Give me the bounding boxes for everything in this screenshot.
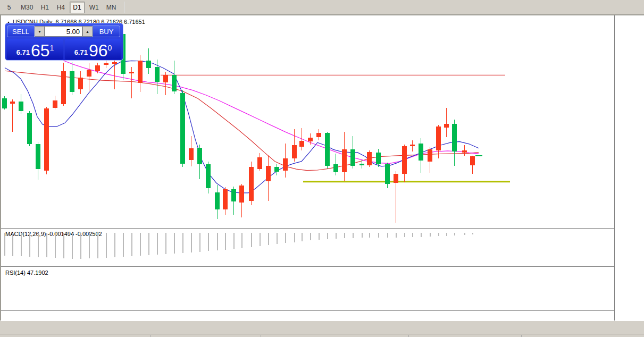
candle-body xyxy=(359,164,364,165)
macd-histogram-bar xyxy=(260,233,261,247)
candle-body xyxy=(129,72,134,73)
buy-price-prefix: 6.71 xyxy=(74,48,88,56)
timeframe-button-h4[interactable]: H4 xyxy=(54,2,68,13)
macd-histogram-bar xyxy=(29,233,30,257)
sell-price-pip: 1 xyxy=(50,44,54,52)
timeframe-button-h1[interactable]: H1 xyxy=(38,2,52,13)
candle-body xyxy=(146,61,151,68)
candle-body xyxy=(299,141,304,147)
macd-histogram-bar xyxy=(4,233,5,256)
candle-body xyxy=(402,146,407,173)
macd-histogram-bar xyxy=(148,233,149,256)
candle-body xyxy=(44,108,49,171)
rsi-label: RSI(14) 47.1902 xyxy=(5,269,48,276)
candle-body xyxy=(180,93,185,164)
candle-body xyxy=(36,144,40,169)
status-separator xyxy=(408,335,409,337)
macd-histogram-bar xyxy=(233,233,235,249)
candle-body xyxy=(189,148,194,160)
ma-magenta-line xyxy=(52,54,479,163)
macd-histogram-bar xyxy=(199,233,200,252)
price-axis[interactable] xyxy=(614,15,644,321)
macd-histogram-bar xyxy=(396,233,397,238)
macd-histogram-bar xyxy=(268,233,269,246)
candle-body xyxy=(292,145,297,158)
macd-histogram-bar xyxy=(362,233,363,238)
candle-body xyxy=(367,152,372,165)
candle-body xyxy=(316,133,321,137)
chart-window[interactable]: ▲USDCNH,Daily 6.71668 6.72180 6.71626 6.… xyxy=(0,15,644,321)
buy-price-pip: 0 xyxy=(108,44,112,52)
macd-histogram-bar xyxy=(140,233,141,256)
panel-separator[interactable] xyxy=(1,228,614,229)
candle-body xyxy=(419,144,423,160)
timeframe-button-m30[interactable]: M30 xyxy=(18,2,36,13)
candle-body xyxy=(53,100,57,108)
timeframe-button-mn[interactable]: MN xyxy=(104,2,119,13)
sell-price-prefix: 6.71 xyxy=(16,48,30,56)
macd-histogram-bar xyxy=(319,233,320,240)
candle-body xyxy=(462,150,467,153)
macd-histogram-bar xyxy=(208,233,209,251)
macd-histogram-bar xyxy=(327,233,328,239)
candle-body xyxy=(104,63,108,65)
candle-body xyxy=(350,149,355,165)
macd-histogram-bar xyxy=(89,233,90,259)
macd-histogram-bar xyxy=(446,233,447,236)
candle-body xyxy=(385,164,390,184)
candle-body xyxy=(376,153,381,164)
candle-body xyxy=(325,133,330,166)
macd-histogram-bar xyxy=(191,233,192,252)
candle-wick xyxy=(12,99,13,132)
candle-body xyxy=(444,124,449,128)
volume-input[interactable] xyxy=(45,26,82,37)
candle-body xyxy=(436,127,441,151)
timeframe-button-w1[interactable]: W1 xyxy=(87,2,102,13)
candle-body xyxy=(78,78,83,90)
status-separator xyxy=(150,335,151,337)
sell-button[interactable]: SELL xyxy=(7,26,35,37)
macd-histogram-bar xyxy=(421,233,422,237)
candle-body xyxy=(27,113,32,144)
candle-wick xyxy=(446,108,447,137)
candle-body xyxy=(283,158,288,170)
candle-body xyxy=(249,167,254,201)
timeframe-button-d1[interactable]: D1 xyxy=(70,2,84,13)
candle-body xyxy=(138,61,143,83)
timeframe-button-5[interactable]: 5 xyxy=(2,2,16,13)
macd-histogram-bar xyxy=(225,233,226,250)
macd-histogram-bar xyxy=(378,233,379,238)
buy-price-display[interactable]: 6.71 96 0 xyxy=(65,39,121,60)
macd-histogram-bar xyxy=(97,233,98,258)
macd-histogram-bar xyxy=(454,233,455,235)
candle-body xyxy=(394,174,398,183)
volume-down-icon[interactable]: ▼ xyxy=(35,26,45,37)
date-axis[interactable] xyxy=(1,310,614,321)
candle-body xyxy=(452,124,457,151)
macd-histogram-bar xyxy=(174,233,175,254)
candle-body xyxy=(163,75,168,82)
toolbar-separator xyxy=(124,2,125,13)
candle-body xyxy=(87,70,91,77)
macd-histogram-bar xyxy=(131,233,132,256)
chart-canvas xyxy=(1,15,614,321)
ma-blue-line xyxy=(5,61,479,193)
macd-histogram-bar xyxy=(302,233,303,242)
candle-body xyxy=(70,71,74,92)
macd-histogram-bar xyxy=(80,233,81,259)
buy-button[interactable]: BUY xyxy=(93,26,120,37)
panel-separator[interactable] xyxy=(1,266,614,267)
candle-body xyxy=(333,164,338,172)
macd-histogram-bar xyxy=(387,233,388,238)
status-separator xyxy=(261,335,261,337)
sell-price-big: 65 xyxy=(31,43,50,58)
macd-histogram-bar xyxy=(38,233,39,257)
candle-wick xyxy=(89,63,89,91)
candle-body xyxy=(155,67,160,82)
sell-price-display[interactable]: 6.71 65 1 xyxy=(7,39,63,60)
macd-histogram-bar xyxy=(72,233,73,259)
volume-up-icon[interactable]: ▲ xyxy=(82,26,93,37)
status-bar xyxy=(0,334,644,337)
candle-body xyxy=(257,157,262,169)
macd-histogram-bar xyxy=(157,233,158,255)
